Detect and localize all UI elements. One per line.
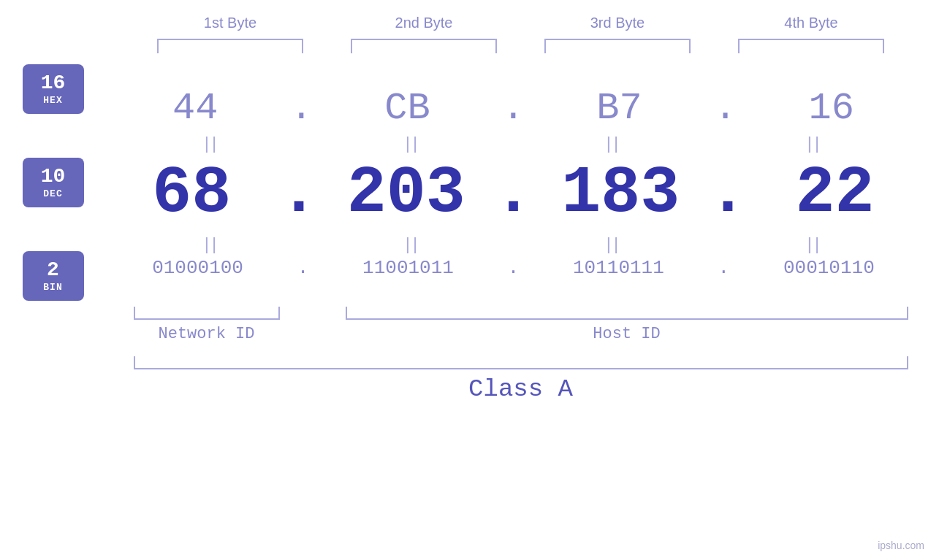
network-id-label: Network ID — [134, 325, 280, 343]
labels-row: Network ID Host ID — [134, 325, 908, 343]
dec-byte-2: 203 — [333, 156, 479, 231]
hex-byte-2: CB — [334, 87, 480, 130]
main-display-area: 16 HEX 10 DEC 2 BIN 44 . CB . B7 . 16 — [9, 64, 930, 301]
hex-badge-number: 16 — [41, 72, 66, 95]
byte-headers-row: 1st Byte 2nd Byte 3rd Byte 4th Byte — [134, 15, 908, 31]
hex-badge: 16 HEX — [23, 64, 84, 114]
equals-5: || — [139, 234, 285, 254]
byte-header-3: 3rd Byte — [544, 15, 691, 31]
top-bracket-3 — [544, 39, 691, 53]
hex-badge-label: HEX — [43, 95, 62, 106]
dec-byte-4: 22 — [762, 156, 908, 231]
dot-hex-1: . — [290, 87, 313, 130]
hex-byte-1: 44 — [122, 87, 268, 130]
bin-badge-number: 2 — [47, 259, 59, 282]
class-label: Class A — [134, 375, 908, 403]
dot-dec-1: . — [279, 156, 319, 231]
hex-row: 44 . CB . B7 . 16 — [97, 87, 930, 130]
dot-hex-3: . — [714, 87, 737, 130]
dec-badge-number: 10 — [41, 166, 66, 188]
byte-header-1: 1st Byte — [157, 15, 303, 31]
equals-8: || — [742, 234, 888, 254]
main-container: 1st Byte 2nd Byte 3rd Byte 4th Byte 16 H… — [0, 0, 939, 560]
equals-row-2: || || || || — [97, 231, 930, 257]
byte-header-4: 4th Byte — [738, 15, 884, 31]
bottom-section: Network ID Host ID — [134, 307, 908, 343]
values-area: 44 . CB . B7 . 16 || || || || 68 . 203 . — [97, 87, 930, 279]
dec-badge-label: DEC — [43, 188, 62, 199]
equals-row-1: || || || || — [97, 130, 930, 156]
dot-bin-3: . — [718, 257, 730, 279]
equals-3: || — [541, 133, 687, 153]
class-section: Class A — [134, 356, 908, 403]
bin-byte-3: 10110111 — [545, 257, 691, 279]
equals-4: || — [742, 133, 888, 153]
top-bracket-2 — [351, 39, 497, 53]
class-bracket — [134, 356, 908, 369]
equals-1: || — [139, 133, 285, 153]
dot-hex-2: . — [502, 87, 525, 130]
bin-byte-1: 01000100 — [125, 257, 271, 279]
equals-2: || — [340, 133, 486, 153]
top-bracket-1 — [157, 39, 303, 53]
dec-row: 68 . 203 . 183 . 22 — [97, 156, 930, 231]
dot-bin-2: . — [508, 257, 520, 279]
dec-byte-1: 68 — [118, 156, 265, 231]
dot-dec-2: . — [493, 156, 533, 231]
watermark: ipshu.com — [878, 540, 924, 551]
host-id-label: Host ID — [346, 325, 908, 343]
byte-header-2: 2nd Byte — [351, 15, 497, 31]
dec-byte-3: 183 — [547, 156, 693, 231]
top-brackets-row — [134, 39, 908, 53]
dot-bin-1: . — [297, 257, 309, 279]
network-bracket — [134, 307, 280, 320]
bin-badge-label: BIN — [43, 282, 62, 293]
top-bracket-4 — [738, 39, 884, 53]
bin-row: 01000100 . 11001011 . 10110111 . 0001011… — [97, 257, 930, 279]
bin-byte-4: 00010110 — [756, 257, 902, 279]
bin-byte-2: 11001011 — [335, 257, 482, 279]
bottom-brackets-row — [134, 307, 908, 321]
equals-6: || — [340, 234, 486, 254]
bin-badge: 2 BIN — [23, 251, 84, 301]
dot-dec-3: . — [708, 156, 748, 231]
hex-byte-3: B7 — [547, 87, 693, 130]
equals-7: || — [541, 234, 687, 254]
dec-badge: 10 DEC — [23, 158, 84, 207]
badges-column: 16 HEX 10 DEC 2 BIN — [9, 64, 97, 301]
hex-byte-4: 16 — [759, 87, 905, 130]
host-bracket — [346, 307, 908, 320]
